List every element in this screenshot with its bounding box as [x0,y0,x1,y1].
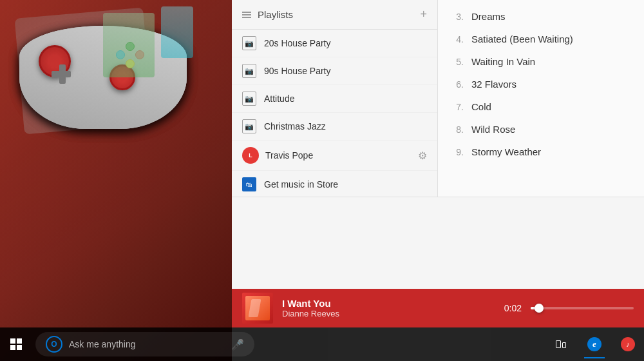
cortana-icon: O [46,336,62,353]
task-view-button[interactable] [545,327,577,361]
playlist-item-20s[interactable]: 📷 20s House Party [232,30,437,57]
track-name-9: Stormy Weather [471,146,541,157]
groove-music-button[interactable]: ♪ [612,327,644,361]
track-number-7: 7. [451,102,464,112]
user-name: Travis Pope [265,150,412,161]
track-number-5: 5. [451,57,464,67]
now-playing-title: I Want You [282,298,495,309]
track-name-6: 32 Flavors [471,79,516,90]
left-panel: Playlists + 📷 20s House Party 📷 90s Hous… [232,0,438,197]
playlists-header-left: Playlists [242,9,293,20]
playlist-item-christmas[interactable]: 📷 Christmas Jazz [232,113,437,141]
store-icon: 🛍 [242,177,256,191]
store-label: Get music in Store [264,179,338,190]
horizontal-divider [232,197,644,197]
track-name-5: Waiting In Vain [471,56,535,67]
time-display: 0:02 [504,303,522,313]
playlist-item-icon: 📷 [242,36,256,50]
groove-icon: ♪ [621,337,635,351]
progress-bar[interactable] [531,307,634,309]
start-button[interactable] [0,327,32,361]
album-art [242,293,273,324]
track-number-8: 8. [451,124,464,135]
svg-rect-1 [17,338,22,344]
taskbar: O Ask me anything 🎤 e ♪ [0,327,644,361]
track-number-4: 4. [451,34,464,44]
list-icon [242,12,251,18]
taskbar-icons: e ♪ [545,327,644,361]
track-item-4[interactable]: 4. Satiated (Been Waiting) [438,28,644,50]
cortana-search[interactable]: O Ask me anything 🎤 [35,332,254,356]
track-number-9: 9. [451,147,464,157]
track-number-6: 6. [451,79,464,90]
progress-dot [535,304,544,313]
user-section[interactable]: L Travis Pope ⚙ [232,141,437,171]
playlist-name-3: Attitude [264,93,294,104]
playlist-item-icon-2: 📷 [242,64,256,78]
track-name-8: Wild Rose [471,124,515,135]
edge-underline [584,357,605,358]
task-view-icon [556,340,566,348]
camera-icon: 📷 [245,39,254,48]
music-app-window: Playlists + 📷 20s House Party 📷 90s Hous… [232,0,644,361]
now-playing-artist: Dianne Reeves [282,309,495,318]
svg-rect-0 [10,338,15,344]
edge-icon: e [587,337,601,351]
right-panel: 3. Dreams 4. Satiated (Been Waiting) 5. … [438,0,644,197]
task-view-rect-1 [556,340,561,348]
camera-icon-3: 📷 [245,95,254,103]
playlist-name: 20s House Party [264,38,331,48]
track-name-4: Satiated (Been Waiting) [471,34,573,44]
track-item-8[interactable]: 8. Wild Rose [438,118,644,141]
track-info: I Want You Dianne Reeves [282,298,495,318]
playlist-item-icon-4: 📷 [242,119,256,133]
windows-icon [10,338,22,350]
settings-icon[interactable]: ⚙ [418,150,427,162]
task-view-rect-2 [562,342,566,348]
playlists-header: Playlists + [232,0,437,30]
microphone-icon: 🎤 [231,338,244,351]
edge-button[interactable]: e [578,327,611,361]
track-item-6[interactable]: 6. 32 Flavors [438,73,644,95]
playlist-item-icon-3: 📷 [242,92,256,106]
add-playlist-icon[interactable]: + [420,8,427,21]
track-item-3[interactable]: 3. Dreams [438,5,644,28]
playlist-item-attitude[interactable]: 📷 Attitude [232,85,437,113]
track-item-9[interactable]: 9. Stormy Weather [438,141,644,163]
playlist-item-90s[interactable]: 📷 90s House Party [232,57,437,85]
playlists-label: Playlists [258,9,293,20]
camera-icon-2: 📷 [245,67,254,75]
playlist-name-4: Christmas Jazz [264,121,326,132]
user-avatar: L [242,147,259,164]
track-name-7: Cold [471,101,491,112]
cortana-placeholder: Ask me anything [69,339,225,349]
svg-rect-2 [10,345,15,350]
track-name: Dreams [471,11,506,22]
now-playing-bar: I Want You Dianne Reeves 0:02 [232,289,644,327]
track-item-5[interactable]: 5. Waiting In Vain [438,50,644,73]
store-bag-icon: 🛍 [246,181,252,188]
track-number: 3. [451,12,464,22]
background-photo [0,0,238,361]
playlist-name-2: 90s House Party [264,66,331,76]
camera-icon-4: 📷 [245,122,254,131]
track-item-7[interactable]: 7. Cold [438,95,644,118]
store-item[interactable]: 🛍 Get music in Store [232,171,437,198]
svg-rect-3 [17,345,22,350]
